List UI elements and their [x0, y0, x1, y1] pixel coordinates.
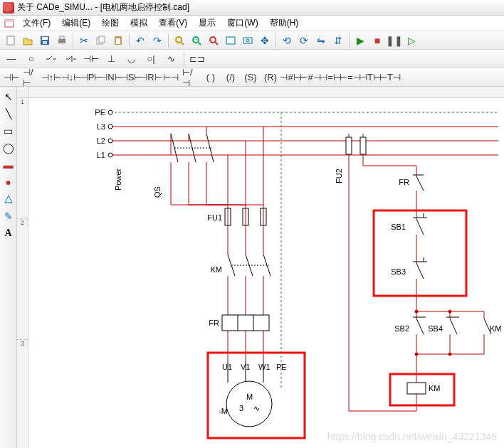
- separator: [129, 33, 130, 48]
- menu-edit[interactable]: 编辑(E): [56, 16, 96, 31]
- left-tool-palette: ↖ ╲ ▭ ◯ ▬ ● ✎ A: [0, 87, 17, 448]
- menu-draw[interactable]: 绘图: [96, 16, 125, 31]
- label-ac: ∿: [253, 404, 260, 412]
- sym-b[interactable]: ⊥: [103, 52, 120, 66]
- label-sb2: SB2: [394, 324, 409, 333]
- mirror-v-button[interactable]: ⇵: [330, 33, 346, 48]
- sym2-m[interactable]: (S): [242, 70, 259, 85]
- workspace: ↖ ╲ ▭ ◯ ▬ ● ✎ A 1 2 3: [0, 87, 504, 448]
- print-button[interactable]: [54, 33, 70, 48]
- svg-rect-4: [42, 37, 48, 40]
- label-w1: W1: [258, 363, 271, 371]
- redo-button[interactable]: ↷: [149, 33, 165, 48]
- sym-f[interactable]: ⊏⊐: [189, 52, 206, 66]
- tool-pencil[interactable]: ✎: [1, 209, 16, 223]
- menu-simulate[interactable]: 模拟: [125, 16, 153, 31]
- tool-rect[interactable]: ▭: [1, 124, 16, 138]
- sym2-b[interactable]: ⊣/⊢: [23, 70, 40, 85]
- sym2-p[interactable]: ⊢#⊣: [302, 70, 319, 85]
- play-button[interactable]: ▶: [352, 33, 368, 48]
- open-button[interactable]: [20, 33, 36, 48]
- title-bar: 关于 CADe_SIMU... - [电机两地启停控制.cad]: [0, 0, 504, 16]
- sym2-e[interactable]: ⊣P⊢: [83, 70, 100, 85]
- mirror-h-button[interactable]: ⇋: [313, 33, 329, 48]
- svg-point-35: [108, 110, 112, 114]
- zoom-fit-button[interactable]: [240, 33, 256, 48]
- rotate-right-button[interactable]: ⟳: [296, 33, 312, 48]
- menu-window[interactable]: 窗口(W): [221, 16, 263, 31]
- sym2-g[interactable]: ⊣S⊢: [122, 70, 140, 85]
- sym2-l[interactable]: (/): [222, 70, 239, 85]
- sym2-k[interactable]: ( ): [202, 70, 219, 85]
- sym-e[interactable]: ∿: [162, 52, 179, 66]
- svg-rect-9: [99, 36, 105, 43]
- sym-node[interactable]: ○: [23, 52, 40, 66]
- zoom-out-button[interactable]: -: [206, 33, 221, 48]
- undo-button[interactable]: ↶: [132, 33, 148, 48]
- svg-rect-20: [226, 37, 235, 44]
- label-u1: U1: [222, 363, 232, 371]
- save-button[interactable]: [37, 33, 53, 48]
- new-button[interactable]: [3, 33, 19, 48]
- label-l3: L3: [97, 122, 105, 131]
- sym2-d[interactable]: ⊣↓⊢: [63, 70, 80, 85]
- tool-fillrect[interactable]: ▬: [1, 158, 16, 172]
- sym2-c[interactable]: ⊣↑⊢: [43, 70, 60, 85]
- sym-contact-no[interactable]: [43, 52, 60, 66]
- stop-button[interactable]: ■: [369, 33, 385, 48]
- svg-line-27: [69, 56, 72, 59]
- label-km-coil: KM: [429, 384, 441, 393]
- sym-contact-nc[interactable]: [63, 52, 80, 66]
- label-sb4: SB4: [428, 324, 443, 333]
- svg-line-15: [198, 42, 201, 45]
- svg-text:+: +: [194, 36, 198, 43]
- find-button[interactable]: [172, 33, 187, 48]
- sym-a[interactable]: ⊣⊢: [83, 52, 100, 66]
- pan-button[interactable]: ✥: [257, 33, 273, 48]
- svg-point-116: [415, 353, 418, 356]
- tool-ellipse[interactable]: ◯: [1, 141, 16, 155]
- sym-line[interactable]: —: [3, 52, 20, 66]
- sym2-q[interactable]: ⊣=⊢: [322, 70, 339, 85]
- sym2-h[interactable]: ⊣R⊢: [142, 70, 159, 85]
- svg-text:-: -: [211, 36, 214, 43]
- sym2-t[interactable]: ⊢T⊣: [382, 70, 399, 85]
- toolbar-symbols-1: — ○ ⊣⊢ ⊥ ◡ ○| ∿ ⊏⊐: [0, 50, 504, 68]
- label-pe2: PE: [276, 363, 287, 371]
- sym2-o[interactable]: ⊣#⊢: [282, 70, 299, 85]
- tool-fill-ellipse[interactable]: ●: [1, 175, 16, 189]
- tool-text[interactable]: A: [1, 226, 16, 240]
- zoom-window-button[interactable]: [223, 33, 238, 48]
- paste-button[interactable]: [110, 33, 126, 48]
- svg-line-13: [181, 42, 184, 45]
- sym2-j[interactable]: ⊢/⊣: [182, 70, 199, 85]
- tool-pointer[interactable]: ↖: [1, 90, 16, 104]
- menu-display[interactable]: 显示: [193, 16, 221, 31]
- sym2-f[interactable]: ⊣N⊢: [103, 70, 120, 85]
- cut-button[interactable]: ✂: [76, 33, 92, 48]
- schematic: PE L3 L2 L1 Power: [28, 98, 504, 448]
- zoom-in-button[interactable]: +: [189, 33, 204, 48]
- label-pe: PE: [95, 108, 105, 117]
- menu-file[interactable]: 文件(F): [17, 16, 56, 31]
- sym2-i[interactable]: ⊢⊣: [162, 70, 179, 85]
- menu-help[interactable]: 帮助(H): [264, 16, 305, 31]
- sym2-r[interactable]: ⊢=⊣: [342, 70, 359, 85]
- sym2-s[interactable]: ⊣T⊢: [362, 70, 379, 85]
- rotate-left-button[interactable]: ⟲: [279, 33, 295, 48]
- step-button[interactable]: ▷: [404, 33, 419, 48]
- svg-rect-7: [60, 36, 64, 39]
- copy-button[interactable]: [93, 33, 109, 48]
- svg-rect-21: [243, 38, 252, 43]
- label-km: KM: [211, 265, 223, 274]
- sym2-n[interactable]: (R): [262, 70, 279, 85]
- tool-polygon[interactable]: [1, 192, 16, 206]
- svg-rect-11: [116, 38, 120, 44]
- drawing-canvas[interactable]: PE L3 L2 L1 Power: [28, 98, 504, 448]
- sym-c[interactable]: ◡: [122, 52, 140, 66]
- sym2-a[interactable]: ⊣⊢: [3, 70, 20, 85]
- menu-view[interactable]: 查看(V): [153, 16, 193, 31]
- pause-button[interactable]: ❚❚: [387, 33, 402, 48]
- tool-line[interactable]: ╲: [1, 107, 16, 121]
- sym-d[interactable]: ○|: [142, 52, 159, 66]
